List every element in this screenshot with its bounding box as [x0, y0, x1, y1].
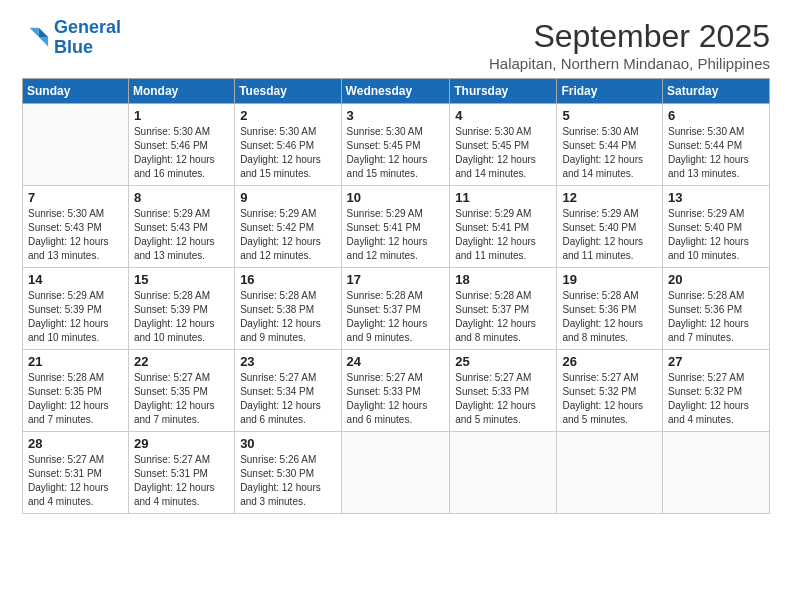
day-info: Sunrise: 5:28 AM Sunset: 5:36 PM Dayligh…: [668, 289, 764, 345]
day-number: 7: [28, 190, 123, 205]
day-number: 2: [240, 108, 335, 123]
calendar-cell: 20Sunrise: 5:28 AM Sunset: 5:36 PM Dayli…: [663, 268, 770, 350]
calendar-cell: 24Sunrise: 5:27 AM Sunset: 5:33 PM Dayli…: [341, 350, 450, 432]
calendar-cell: 2Sunrise: 5:30 AM Sunset: 5:46 PM Daylig…: [235, 104, 341, 186]
day-info: Sunrise: 5:28 AM Sunset: 5:39 PM Dayligh…: [134, 289, 229, 345]
location-subtitle: Halapitan, Northern Mindanao, Philippine…: [489, 55, 770, 72]
day-number: 9: [240, 190, 335, 205]
day-number: 10: [347, 190, 445, 205]
day-info: Sunrise: 5:27 AM Sunset: 5:34 PM Dayligh…: [240, 371, 335, 427]
day-info: Sunrise: 5:30 AM Sunset: 5:44 PM Dayligh…: [562, 125, 657, 181]
logo-icon: [22, 24, 50, 52]
col-header-thursday: Thursday: [450, 79, 557, 104]
calendar-cell: 7Sunrise: 5:30 AM Sunset: 5:43 PM Daylig…: [23, 186, 129, 268]
col-header-sunday: Sunday: [23, 79, 129, 104]
calendar-cell: 6Sunrise: 5:30 AM Sunset: 5:44 PM Daylig…: [663, 104, 770, 186]
day-number: 6: [668, 108, 764, 123]
calendar-cell: 18Sunrise: 5:28 AM Sunset: 5:37 PM Dayli…: [450, 268, 557, 350]
day-info: Sunrise: 5:27 AM Sunset: 5:33 PM Dayligh…: [347, 371, 445, 427]
col-header-friday: Friday: [557, 79, 663, 104]
calendar-cell: 17Sunrise: 5:28 AM Sunset: 5:37 PM Dayli…: [341, 268, 450, 350]
day-info: Sunrise: 5:30 AM Sunset: 5:46 PM Dayligh…: [240, 125, 335, 181]
calendar-cell: 11Sunrise: 5:29 AM Sunset: 5:41 PM Dayli…: [450, 186, 557, 268]
day-number: 18: [455, 272, 551, 287]
header: General Blue September 2025 Halapitan, N…: [22, 18, 770, 72]
week-row-1: 7Sunrise: 5:30 AM Sunset: 5:43 PM Daylig…: [23, 186, 770, 268]
day-number: 11: [455, 190, 551, 205]
day-number: 4: [455, 108, 551, 123]
day-info: Sunrise: 5:28 AM Sunset: 5:37 PM Dayligh…: [455, 289, 551, 345]
col-header-saturday: Saturday: [663, 79, 770, 104]
day-number: 14: [28, 272, 123, 287]
day-info: Sunrise: 5:29 AM Sunset: 5:41 PM Dayligh…: [347, 207, 445, 263]
page: General Blue September 2025 Halapitan, N…: [0, 0, 792, 612]
svg-marker-0: [39, 28, 48, 37]
calendar-cell: [450, 432, 557, 514]
month-title: September 2025: [489, 18, 770, 55]
week-row-2: 14Sunrise: 5:29 AM Sunset: 5:39 PM Dayli…: [23, 268, 770, 350]
calendar-cell: 26Sunrise: 5:27 AM Sunset: 5:32 PM Dayli…: [557, 350, 663, 432]
day-number: 24: [347, 354, 445, 369]
calendar-cell: 15Sunrise: 5:28 AM Sunset: 5:39 PM Dayli…: [128, 268, 234, 350]
day-info: Sunrise: 5:30 AM Sunset: 5:43 PM Dayligh…: [28, 207, 123, 263]
calendar-cell: [557, 432, 663, 514]
day-number: 19: [562, 272, 657, 287]
title-area: September 2025 Halapitan, Northern Minda…: [489, 18, 770, 72]
calendar-cell: 1Sunrise: 5:30 AM Sunset: 5:46 PM Daylig…: [128, 104, 234, 186]
day-info: Sunrise: 5:29 AM Sunset: 5:41 PM Dayligh…: [455, 207, 551, 263]
calendar-table: SundayMondayTuesdayWednesdayThursdayFrid…: [22, 78, 770, 514]
calendar-cell: 10Sunrise: 5:29 AM Sunset: 5:41 PM Dayli…: [341, 186, 450, 268]
svg-marker-2: [29, 28, 38, 37]
day-number: 26: [562, 354, 657, 369]
day-number: 28: [28, 436, 123, 451]
day-number: 21: [28, 354, 123, 369]
day-number: 8: [134, 190, 229, 205]
calendar-cell: 5Sunrise: 5:30 AM Sunset: 5:44 PM Daylig…: [557, 104, 663, 186]
day-number: 13: [668, 190, 764, 205]
day-info: Sunrise: 5:30 AM Sunset: 5:45 PM Dayligh…: [347, 125, 445, 181]
day-info: Sunrise: 5:27 AM Sunset: 5:32 PM Dayligh…: [668, 371, 764, 427]
calendar-cell: 28Sunrise: 5:27 AM Sunset: 5:31 PM Dayli…: [23, 432, 129, 514]
day-info: Sunrise: 5:28 AM Sunset: 5:36 PM Dayligh…: [562, 289, 657, 345]
day-number: 15: [134, 272, 229, 287]
calendar-cell: 22Sunrise: 5:27 AM Sunset: 5:35 PM Dayli…: [128, 350, 234, 432]
calendar-cell: 27Sunrise: 5:27 AM Sunset: 5:32 PM Dayli…: [663, 350, 770, 432]
calendar-cell: 12Sunrise: 5:29 AM Sunset: 5:40 PM Dayli…: [557, 186, 663, 268]
calendar-cell: 4Sunrise: 5:30 AM Sunset: 5:45 PM Daylig…: [450, 104, 557, 186]
col-header-monday: Monday: [128, 79, 234, 104]
day-info: Sunrise: 5:27 AM Sunset: 5:32 PM Dayligh…: [562, 371, 657, 427]
col-header-tuesday: Tuesday: [235, 79, 341, 104]
day-info: Sunrise: 5:28 AM Sunset: 5:35 PM Dayligh…: [28, 371, 123, 427]
day-number: 27: [668, 354, 764, 369]
logo: General Blue: [22, 18, 121, 58]
day-number: 30: [240, 436, 335, 451]
calendar-cell: 21Sunrise: 5:28 AM Sunset: 5:35 PM Dayli…: [23, 350, 129, 432]
day-info: Sunrise: 5:28 AM Sunset: 5:38 PM Dayligh…: [240, 289, 335, 345]
day-info: Sunrise: 5:29 AM Sunset: 5:43 PM Dayligh…: [134, 207, 229, 263]
day-info: Sunrise: 5:27 AM Sunset: 5:35 PM Dayligh…: [134, 371, 229, 427]
calendar-cell: 14Sunrise: 5:29 AM Sunset: 5:39 PM Dayli…: [23, 268, 129, 350]
day-number: 25: [455, 354, 551, 369]
day-number: 22: [134, 354, 229, 369]
day-number: 1: [134, 108, 229, 123]
calendar-cell: 3Sunrise: 5:30 AM Sunset: 5:45 PM Daylig…: [341, 104, 450, 186]
week-row-0: 1Sunrise: 5:30 AM Sunset: 5:46 PM Daylig…: [23, 104, 770, 186]
day-number: 3: [347, 108, 445, 123]
day-info: Sunrise: 5:29 AM Sunset: 5:40 PM Dayligh…: [668, 207, 764, 263]
calendar-cell: [663, 432, 770, 514]
calendar-cell: 23Sunrise: 5:27 AM Sunset: 5:34 PM Dayli…: [235, 350, 341, 432]
svg-marker-1: [39, 37, 48, 46]
logo-text: General Blue: [54, 18, 121, 58]
calendar-cell: 9Sunrise: 5:29 AM Sunset: 5:42 PM Daylig…: [235, 186, 341, 268]
day-number: 5: [562, 108, 657, 123]
day-info: Sunrise: 5:27 AM Sunset: 5:31 PM Dayligh…: [134, 453, 229, 509]
col-header-wednesday: Wednesday: [341, 79, 450, 104]
calendar-cell: [341, 432, 450, 514]
day-info: Sunrise: 5:28 AM Sunset: 5:37 PM Dayligh…: [347, 289, 445, 345]
day-number: 20: [668, 272, 764, 287]
calendar-cell: 29Sunrise: 5:27 AM Sunset: 5:31 PM Dayli…: [128, 432, 234, 514]
calendar-cell: 8Sunrise: 5:29 AM Sunset: 5:43 PM Daylig…: [128, 186, 234, 268]
calendar-cell: 19Sunrise: 5:28 AM Sunset: 5:36 PM Dayli…: [557, 268, 663, 350]
calendar-cell: 13Sunrise: 5:29 AM Sunset: 5:40 PM Dayli…: [663, 186, 770, 268]
day-info: Sunrise: 5:27 AM Sunset: 5:33 PM Dayligh…: [455, 371, 551, 427]
